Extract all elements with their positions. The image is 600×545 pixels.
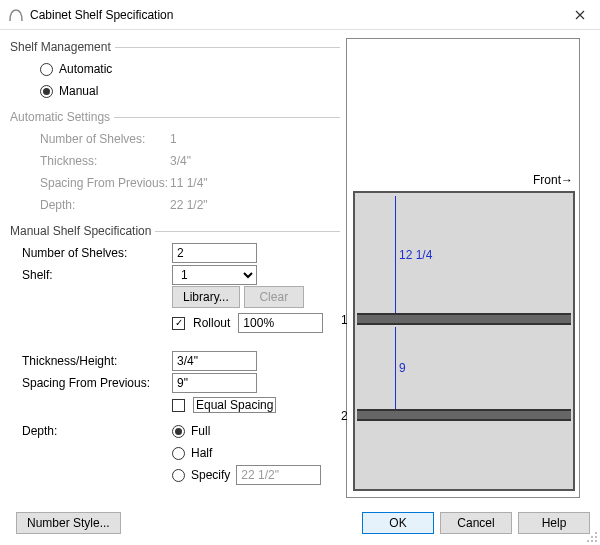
rollout-label: Rollout bbox=[193, 316, 230, 330]
manual-head: Manual Shelf Specification bbox=[10, 224, 340, 238]
svg-point-2 bbox=[595, 536, 597, 538]
manual-spacing-label: Spacing From Previous: bbox=[22, 376, 172, 390]
automatic-radio-row[interactable]: Automatic bbox=[40, 58, 340, 80]
manual-label: Manual bbox=[59, 84, 98, 98]
shelf-management-label: Shelf Management bbox=[10, 40, 111, 54]
auto-settings-head: Automatic Settings bbox=[10, 110, 340, 124]
dialog-footer: Number Style... OK Cancel Help bbox=[0, 505, 600, 541]
auto-spacing-value: 11 1/4" bbox=[170, 176, 208, 190]
manual-shelf-label: Shelf: bbox=[22, 268, 172, 282]
auto-num-label: Number of Shelves: bbox=[40, 132, 170, 146]
manual-shelf-row: Shelf: 1 bbox=[22, 264, 340, 286]
help-button[interactable]: Help bbox=[518, 512, 590, 534]
svg-point-3 bbox=[587, 540, 589, 542]
shelf-2-label: 2 bbox=[341, 409, 348, 423]
auto-thick-label: Thickness: bbox=[40, 154, 170, 168]
shelf-2: 2 bbox=[357, 409, 571, 421]
depth-specify-input[interactable] bbox=[236, 465, 321, 485]
shelf-management-head: Shelf Management bbox=[10, 40, 340, 54]
radio-icon bbox=[40, 63, 53, 76]
depth-half-label: Half bbox=[191, 446, 212, 460]
manual-depth-label: Depth: bbox=[22, 424, 172, 438]
manual-head-label: Manual Shelf Specification bbox=[10, 224, 151, 238]
manual-thick-row: Thickness/Height: bbox=[22, 350, 340, 372]
depth-specify-row[interactable]: Specify bbox=[22, 464, 340, 486]
auto-spacing-row: Spacing From Previous: 11 1/4" bbox=[40, 172, 340, 194]
equal-spacing-checkbox[interactable] bbox=[172, 399, 185, 412]
auto-spacing-label: Spacing From Previous: bbox=[40, 176, 170, 190]
thickness-input[interactable] bbox=[172, 351, 257, 371]
spacing-input[interactable] bbox=[172, 373, 257, 393]
cabinet-graphic: 12 1/4 1 9 2 bbox=[353, 191, 575, 491]
automatic-label: Automatic bbox=[59, 62, 112, 76]
radio-icon bbox=[40, 85, 53, 98]
radio-icon[interactable] bbox=[172, 425, 185, 438]
depth-full-label[interactable]: Full bbox=[191, 424, 210, 438]
manual-spacing-row: Spacing From Previous: bbox=[22, 372, 340, 394]
svg-point-4 bbox=[591, 540, 593, 542]
auto-depth-value: 22 1/2" bbox=[170, 198, 208, 212]
window-title: Cabinet Shelf Specification bbox=[30, 8, 560, 22]
depth-full-row: Depth: Full bbox=[22, 420, 340, 442]
dim-9: 9 bbox=[399, 361, 406, 375]
auto-num-value: 1 bbox=[170, 132, 177, 146]
number-style-button[interactable]: Number Style... bbox=[16, 512, 121, 534]
radio-icon bbox=[172, 469, 185, 482]
auto-num-row: Number of Shelves: 1 bbox=[40, 128, 340, 150]
app-icon bbox=[8, 7, 24, 23]
dim-12-1-4: 12 1/4 bbox=[399, 248, 432, 262]
manual-radio-row[interactable]: Manual bbox=[40, 80, 340, 102]
manual-num-row: Number of Shelves: bbox=[22, 242, 340, 264]
depth-half-row[interactable]: Half bbox=[22, 442, 340, 464]
clear-button[interactable]: Clear bbox=[244, 286, 304, 308]
depth-specify-label: Specify bbox=[191, 468, 230, 482]
auto-settings-label: Automatic Settings bbox=[10, 110, 110, 124]
manual-thick-label: Thickness/Height: bbox=[22, 354, 172, 368]
library-button[interactable]: Library... bbox=[172, 286, 240, 308]
close-button[interactable] bbox=[560, 0, 600, 30]
front-label: Front→ bbox=[533, 173, 573, 187]
manual-num-label: Number of Shelves: bbox=[22, 246, 172, 260]
equal-spacing-label: Equal Spacing bbox=[193, 397, 276, 413]
resize-grip-icon[interactable] bbox=[586, 531, 598, 543]
auto-depth-row: Depth: 22 1/2" bbox=[40, 194, 340, 216]
auto-thick-row: Thickness: 3/4" bbox=[40, 150, 340, 172]
shelf-1: 1 bbox=[357, 313, 571, 325]
rollout-checkbox[interactable]: ✓ bbox=[172, 317, 185, 330]
cancel-button[interactable]: Cancel bbox=[440, 512, 512, 534]
svg-point-5 bbox=[595, 540, 597, 542]
number-of-shelves-input[interactable] bbox=[172, 243, 257, 263]
ok-button[interactable]: OK bbox=[362, 512, 434, 534]
titlebar: Cabinet Shelf Specification bbox=[0, 0, 600, 30]
shelf-1-label: 1 bbox=[341, 313, 348, 327]
rollout-row: ✓ Rollout bbox=[172, 312, 340, 334]
auto-thick-value: 3/4" bbox=[170, 154, 191, 168]
svg-point-0 bbox=[595, 532, 597, 534]
shelf-select[interactable]: 1 bbox=[172, 265, 257, 285]
preview-pane: Front→ 12 1/4 1 9 2 bbox=[346, 38, 580, 498]
auto-depth-label: Depth: bbox=[40, 198, 170, 212]
equal-spacing-row: Equal Spacing bbox=[172, 394, 340, 416]
svg-point-1 bbox=[591, 536, 593, 538]
rollout-input[interactable] bbox=[238, 313, 323, 333]
radio-icon bbox=[172, 447, 185, 460]
